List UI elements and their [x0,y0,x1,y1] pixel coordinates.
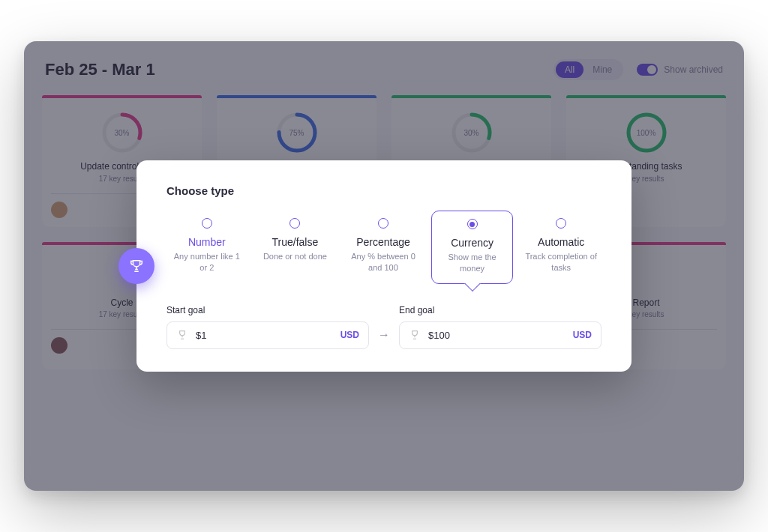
type-currency[interactable]: Currency Show me the money [431,211,514,284]
end-goal-field[interactable] [427,329,567,342]
currency-unit[interactable]: USD [573,330,592,340]
modal-overlay[interactable]: Choose type Number Any number like 1 or … [24,41,744,491]
trophy-icon [128,258,145,274]
type-name: True/false [260,236,332,248]
end-goal: End goal USD [399,305,602,349]
end-goal-input[interactable]: USD [399,321,602,349]
radio-icon [202,218,212,229]
type-automatic[interactable]: Automatic Track completion of tasks [520,211,602,284]
trophy-badge [118,248,154,284]
arrow-icon: → [378,328,390,349]
goal-inputs: Start goal USD → End goal USD [166,305,602,349]
type-desc: Any number like 1 or 2 [171,251,243,273]
app-frame: Feb 25 - Mar 1 All Mine Show archived 30… [24,41,744,491]
radio-icon [556,218,566,229]
start-goal-field[interactable] [194,329,334,342]
end-goal-label: End goal [399,305,602,315]
start-goal: Start goal USD [166,305,369,349]
type-name: Number [171,236,243,248]
type-name: Percentage [347,236,419,248]
trophy-icon [176,329,188,341]
type-name: Automatic [525,236,597,248]
start-goal-input[interactable]: USD [166,321,369,349]
modal-heading: Choose type [166,184,602,197]
radio-icon [467,219,478,229]
type-options: Number Any number like 1 or 2 True/false… [166,211,602,284]
type-truefalse[interactable]: True/false Done or not done [255,211,336,284]
radio-icon [378,218,388,229]
radio-icon [290,218,300,229]
start-goal-label: Start goal [166,305,369,315]
type-desc: Track completion of tasks [525,251,597,273]
type-percentage[interactable]: Percentage Any % between 0 and 100 [343,211,424,284]
type-desc: Show me the money [436,252,508,274]
type-number[interactable]: Number Any number like 1 or 2 [166,211,248,284]
type-desc: Done or not done [260,251,332,262]
choose-type-modal: Choose type Number Any number like 1 or … [136,160,632,372]
trophy-icon [409,329,421,341]
currency-unit[interactable]: USD [340,330,359,340]
type-desc: Any % between 0 and 100 [347,251,419,273]
type-name: Currency [436,237,508,249]
